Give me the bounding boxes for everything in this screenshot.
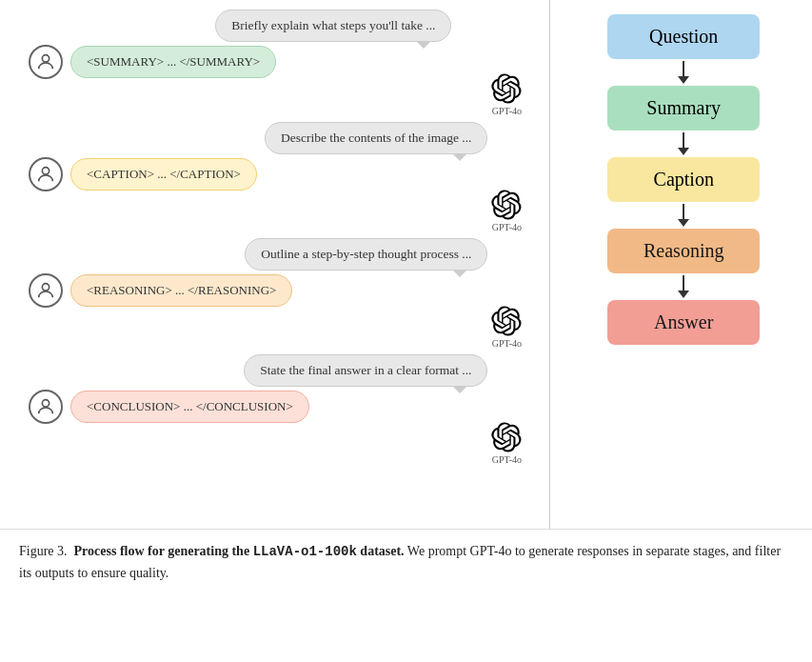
flow-arrow-3 (678, 204, 689, 227)
user-avatar-4 (29, 390, 63, 424)
gpt-icon-group-1: GPT-4o (491, 73, 522, 116)
prompt-bubble-1: Briefly explain what steps you'll take .… (215, 10, 451, 42)
prompt-bubble-4: State the final answer in a clear format… (244, 354, 487, 387)
user-avatar-2 (29, 157, 63, 191)
flow-diagram: Question Summary Caption (555, 0, 812, 529)
flow-step-answer: Answer (607, 300, 760, 345)
flow-step-summary: Summary (607, 86, 760, 130)
chat-diagram: Briefly explain what steps you'll take .… (0, 0, 545, 529)
prompt-bubble-3: Outline a step-by-step thought process .… (245, 238, 487, 271)
gpt-label-text-1: GPT-4o (492, 106, 522, 116)
panel-divider (549, 0, 550, 529)
gpt-icon-group-2: GPT-4o (491, 190, 522, 232)
gpt-icon-group-3: GPT-4o (491, 306, 522, 349)
flow-arrow-2 (678, 132, 689, 155)
exchange-3: Outline a step-by-step thought process .… (19, 238, 535, 349)
flow-step-question: Question (607, 14, 760, 59)
response-bubble-1: <SUMMARY> ... </SUMMARY> (70, 46, 276, 78)
gpt-label-text-4: GPT-4o (492, 454, 522, 465)
svg-point-3 (42, 400, 49, 407)
user-avatar-1 (29, 45, 63, 79)
prompt-bubble-2: Describe the contents of the image ... (265, 122, 488, 154)
figure-bold-text: Process flow for generating the LLaVA-o1… (74, 544, 405, 558)
svg-point-1 (42, 168, 49, 174)
response-bubble-4: <CONCLUSION> ... </CONCLUSION> (70, 391, 309, 423)
exchange-4: State the final answer in a clear format… (19, 354, 535, 465)
user-avatar-3 (29, 273, 63, 308)
svg-point-0 (42, 55, 49, 62)
gpt-icon-group-4: GPT-4o (491, 422, 522, 465)
exchange-2: Describe the contents of the image ... <… (19, 122, 535, 232)
response-bubble-3: <REASONING> ... </REASONING> (70, 274, 292, 307)
svg-point-2 (42, 284, 49, 291)
gpt-label-text-3: GPT-4o (492, 338, 522, 349)
flow-step-reasoning: Reasoning (607, 229, 760, 273)
figure-number: Figure 3. (19, 544, 68, 558)
flow-arrow-4 (678, 275, 689, 298)
gpt-label-text-2: GPT-4o (492, 222, 522, 232)
flow-arrow-1 (678, 61, 689, 84)
figure-caption: Figure 3. Process flow for generating th… (0, 529, 812, 591)
exchange-1: Briefly explain what steps you'll take .… (19, 10, 535, 116)
flow-step-caption: Caption (607, 157, 760, 202)
response-bubble-2: <CAPTION> ... </CAPTION> (70, 158, 257, 191)
